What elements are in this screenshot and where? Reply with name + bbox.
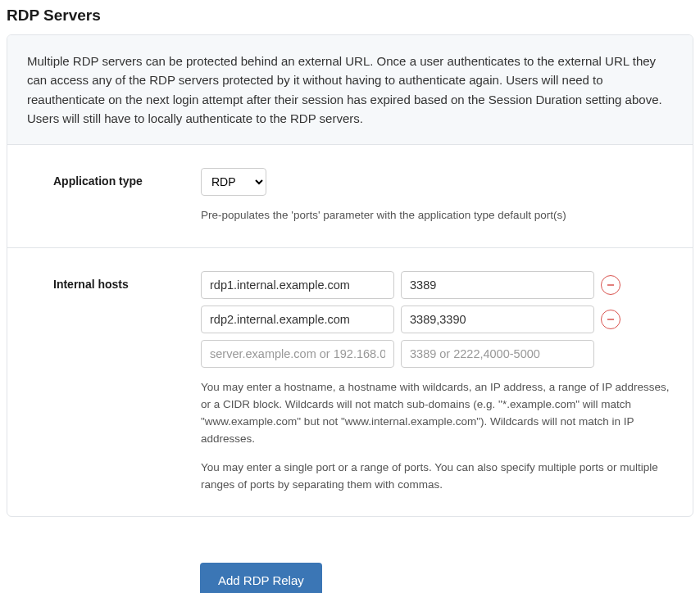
page-title: RDP Servers xyxy=(7,7,693,25)
remove-host-button[interactable] xyxy=(601,275,620,295)
application-type-content: RDP Pre-populates the 'ports' parameter … xyxy=(201,168,673,224)
port-input[interactable] xyxy=(401,306,594,333)
panel-description: Multiple RDP servers can be protected be… xyxy=(7,35,693,145)
add-rdp-relay-button[interactable]: Add RDP Relay xyxy=(200,563,322,593)
application-type-section: Application type RDP Pre-populates the '… xyxy=(7,145,693,247)
host-row xyxy=(201,306,673,333)
internal-hosts-section: Internal hosts You may enter a xyxy=(7,247,693,517)
host-input[interactable] xyxy=(201,271,394,299)
minus-icon xyxy=(606,280,616,290)
minus-icon xyxy=(606,315,616,324)
rdp-servers-panel: Multiple RDP servers can be protected be… xyxy=(7,34,693,517)
port-input[interactable] xyxy=(401,271,594,299)
host-row xyxy=(201,271,673,299)
form-footer: Add RDP Relay xyxy=(7,517,693,593)
application-type-label: Application type xyxy=(53,168,201,188)
internal-hosts-help-1: You may enter a hostname, a hostname wit… xyxy=(201,379,673,448)
host-input[interactable] xyxy=(201,306,394,333)
internal-hosts-label: Internal hosts xyxy=(53,271,201,291)
port-input[interactable] xyxy=(401,340,594,368)
host-row-empty xyxy=(201,340,673,368)
internal-hosts-help-2: You may enter a single port or a range o… xyxy=(201,459,673,494)
application-type-select[interactable]: RDP xyxy=(201,168,266,196)
host-input[interactable] xyxy=(201,340,394,368)
application-type-help: Pre-populates the 'ports' parameter with… xyxy=(201,207,673,224)
remove-host-button[interactable] xyxy=(601,310,620,329)
internal-hosts-content: You may enter a hostname, a hostname wit… xyxy=(201,271,673,494)
